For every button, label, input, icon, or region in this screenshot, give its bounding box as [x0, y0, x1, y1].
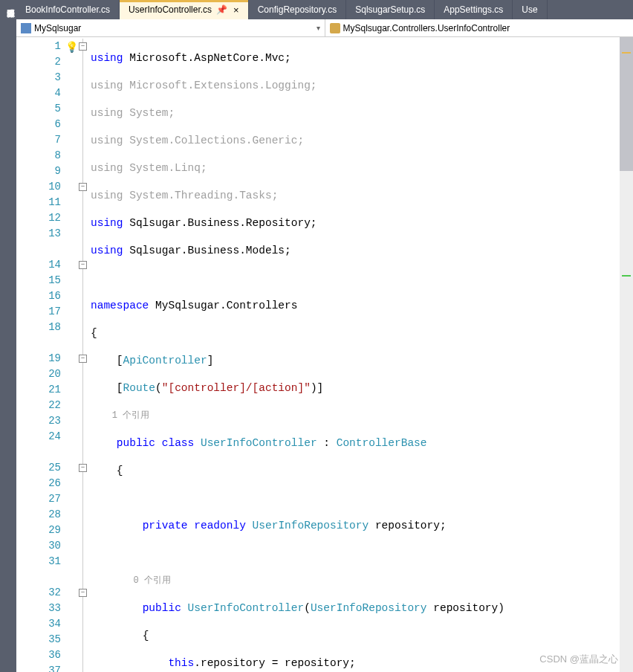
scrollbar-thumb[interactable]: [620, 37, 633, 171]
line-number-gutter: 1💡23456789101112131415161718192021222324…: [16, 37, 77, 672]
breadcrumb-project[interactable]: MySqlsugar ▾: [16, 19, 325, 36]
scrollbar-mark: [622, 52, 631, 54]
class-icon: [330, 23, 340, 33]
tab-partial[interactable]: Use: [513, 0, 547, 19]
fold-toggle[interactable]: −: [79, 42, 87, 51]
vertical-scrollbar[interactable]: [620, 37, 633, 672]
dropdown-icon: ▾: [316, 24, 320, 32]
tab-sqlsugarsetup[interactable]: SqlsugarSetup.cs: [346, 0, 435, 19]
csharp-project-icon: [21, 23, 31, 33]
pin-icon[interactable]: 📌: [216, 4, 227, 15]
code-area[interactable]: using Microsoft.AspNetCore.Mvc; using Mi…: [91, 37, 633, 672]
close-icon[interactable]: ×: [233, 4, 239, 16]
lightbulb-icon[interactable]: 💡: [65, 40, 76, 51]
fold-toggle[interactable]: −: [79, 355, 87, 363]
fold-toggle[interactable]: −: [79, 589, 87, 597]
code-editor[interactable]: 1💡23456789101112131415161718192021222324…: [16, 37, 633, 672]
tab-configrepo[interactable]: ConfigRepository.cs: [249, 0, 347, 19]
breadcrumb-class[interactable]: MySqlsugar.Controllers.UserInfoControlle…: [325, 19, 634, 36]
tab-bookinfo[interactable]: BookInfoController.cs: [16, 0, 120, 19]
fold-toggle[interactable]: −: [79, 464, 87, 472]
document-tabs: BookInfoController.cs UserInfoController…: [16, 0, 633, 19]
fold-column: −−−−−−: [77, 37, 91, 672]
scrollbar-mark: [622, 275, 631, 277]
fold-toggle[interactable]: −: [79, 261, 87, 269]
breadcrumb-bar: MySqlsugar ▾ MySqlsugar.Controllers.User…: [16, 19, 633, 37]
side-toolbar[interactable]: 服务器资源管理器 工具箱: [0, 0, 16, 672]
watermark: CSDN @蓝晶之心: [539, 653, 618, 666]
tab-userinfo[interactable]: UserInfoController.cs📌×: [120, 0, 249, 19]
tab-appsettings[interactable]: AppSettings.cs: [435, 0, 513, 19]
fold-toggle[interactable]: −: [79, 183, 87, 191]
